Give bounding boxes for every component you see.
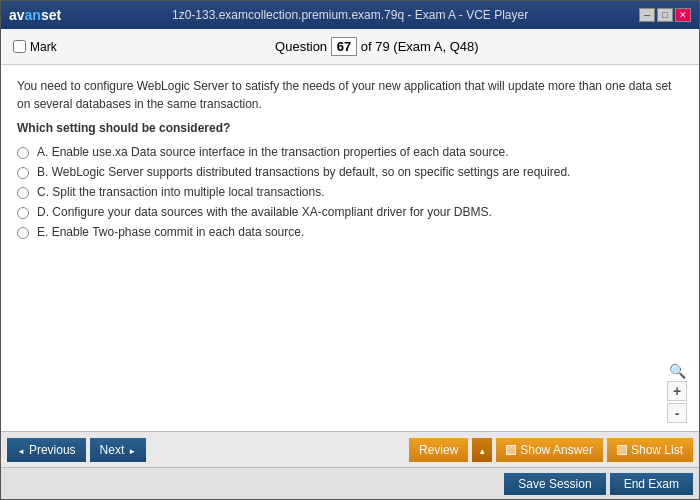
mark-label: Mark bbox=[30, 40, 57, 54]
search-icon: 🔍 bbox=[667, 363, 687, 379]
previous-button[interactable]: Previous bbox=[7, 438, 86, 462]
option-c-radio[interactable] bbox=[17, 187, 29, 199]
show-list-button[interactable]: Show List bbox=[607, 438, 693, 462]
close-button[interactable]: ✕ bbox=[675, 8, 691, 22]
option-c[interactable]: C. Split the transaction into multiple l… bbox=[17, 185, 683, 199]
show-answer-icon bbox=[506, 445, 516, 455]
question-label: Question bbox=[275, 39, 327, 54]
option-b[interactable]: B. WebLogic Server supports distributed … bbox=[17, 165, 683, 179]
show-list-icon bbox=[617, 445, 627, 455]
options-list: A. Enable use.xa Data source interface i… bbox=[17, 145, 683, 239]
option-e[interactable]: E. Enable Two-phase commit in each data … bbox=[17, 225, 683, 239]
option-d[interactable]: D. Configure your data sources with the … bbox=[17, 205, 683, 219]
option-d-label: D. Configure your data sources with the … bbox=[37, 205, 492, 219]
save-session-button[interactable]: Save Session bbox=[504, 473, 605, 495]
next-arrow-icon bbox=[128, 443, 136, 457]
app-logo: avanset bbox=[9, 7, 61, 23]
option-a-radio[interactable] bbox=[17, 147, 29, 159]
window-controls: ─ □ ✕ bbox=[639, 8, 691, 22]
bottom-toolbar: Previous Next Review Show Answer Show Li… bbox=[1, 431, 699, 467]
header-area: Mark Question 67 of 79 (Exam A, Q48) bbox=[1, 29, 699, 65]
question-number: 67 bbox=[331, 37, 357, 56]
review-dropdown-icon bbox=[478, 443, 486, 457]
question-total: of 79 (Exam A, Q48) bbox=[361, 39, 479, 54]
main-content: You need to configure WebLogic Server to… bbox=[1, 65, 699, 431]
option-d-radio[interactable] bbox=[17, 207, 29, 219]
bottom-toolbar2: Save Session End Exam bbox=[1, 467, 699, 499]
mark-checkbox-container[interactable]: Mark bbox=[13, 40, 57, 54]
window-title: 1z0-133.examcollection.premium.exam.79q … bbox=[172, 8, 528, 22]
maximize-button[interactable]: □ bbox=[657, 8, 673, 22]
prev-arrow-icon bbox=[17, 443, 25, 457]
main-window: avanset 1z0-133.examcollection.premium.e… bbox=[0, 0, 700, 500]
end-exam-button[interactable]: End Exam bbox=[610, 473, 693, 495]
option-e-label: E. Enable Two-phase commit in each data … bbox=[37, 225, 304, 239]
option-b-label: B. WebLogic Server supports distributed … bbox=[37, 165, 570, 179]
option-c-label: C. Split the transaction into multiple l… bbox=[37, 185, 324, 199]
mark-checkbox[interactable] bbox=[13, 40, 26, 53]
option-b-radio[interactable] bbox=[17, 167, 29, 179]
question-info: Question 67 of 79 (Exam A, Q48) bbox=[67, 37, 687, 56]
next-button[interactable]: Next bbox=[90, 438, 147, 462]
zoom-in-button[interactable]: + bbox=[667, 381, 687, 401]
show-answer-button[interactable]: Show Answer bbox=[496, 438, 603, 462]
option-a-label: A. Enable use.xa Data source interface i… bbox=[37, 145, 509, 159]
zoom-controls: 🔍 + - bbox=[667, 363, 687, 423]
zoom-out-button[interactable]: - bbox=[667, 403, 687, 423]
title-bar-left: avanset bbox=[9, 7, 61, 23]
option-a[interactable]: A. Enable use.xa Data source interface i… bbox=[17, 145, 683, 159]
question-text: You need to configure WebLogic Server to… bbox=[17, 77, 683, 113]
review-dropdown-button[interactable] bbox=[472, 438, 492, 462]
minimize-button[interactable]: ─ bbox=[639, 8, 655, 22]
title-bar: avanset 1z0-133.examcollection.premium.e… bbox=[1, 1, 699, 29]
sub-question-text: Which setting should be considered? bbox=[17, 121, 683, 135]
review-button[interactable]: Review bbox=[409, 438, 468, 462]
option-e-radio[interactable] bbox=[17, 227, 29, 239]
